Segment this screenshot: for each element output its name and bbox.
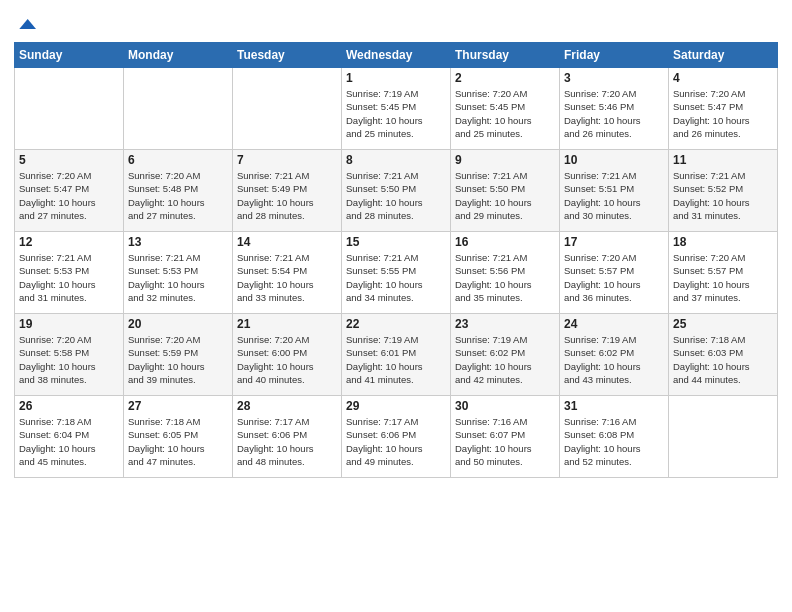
day-number: 29 — [346, 399, 446, 413]
weekday-header-row: SundayMondayTuesdayWednesdayThursdayFrid… — [15, 43, 778, 68]
day-number: 10 — [564, 153, 664, 167]
weekday-wednesday: Wednesday — [342, 43, 451, 68]
calendar-cell: 6Sunrise: 7:20 AM Sunset: 5:48 PM Daylig… — [124, 150, 233, 232]
calendar-cell: 10Sunrise: 7:21 AM Sunset: 5:51 PM Dayli… — [560, 150, 669, 232]
main-container: SundayMondayTuesdayWednesdayThursdayFrid… — [0, 0, 792, 612]
calendar-cell: 5Sunrise: 7:20 AM Sunset: 5:47 PM Daylig… — [15, 150, 124, 232]
calendar-cell: 19Sunrise: 7:20 AM Sunset: 5:58 PM Dayli… — [15, 314, 124, 396]
calendar-cell: 23Sunrise: 7:19 AM Sunset: 6:02 PM Dayli… — [451, 314, 560, 396]
day-info: Sunrise: 7:20 AM Sunset: 5:59 PM Dayligh… — [128, 333, 228, 386]
day-number: 8 — [346, 153, 446, 167]
day-number: 31 — [564, 399, 664, 413]
day-info: Sunrise: 7:21 AM Sunset: 5:53 PM Dayligh… — [19, 251, 119, 304]
day-info: Sunrise: 7:21 AM Sunset: 5:56 PM Dayligh… — [455, 251, 555, 304]
day-number: 22 — [346, 317, 446, 331]
day-number: 1 — [346, 71, 446, 85]
day-info: Sunrise: 7:21 AM Sunset: 5:54 PM Dayligh… — [237, 251, 337, 304]
weekday-sunday: Sunday — [15, 43, 124, 68]
day-info: Sunrise: 7:19 AM Sunset: 6:02 PM Dayligh… — [564, 333, 664, 386]
day-number: 24 — [564, 317, 664, 331]
svg-marker-0 — [19, 19, 36, 29]
day-info: Sunrise: 7:20 AM Sunset: 5:58 PM Dayligh… — [19, 333, 119, 386]
day-info: Sunrise: 7:19 AM Sunset: 5:45 PM Dayligh… — [346, 87, 446, 140]
day-number: 26 — [19, 399, 119, 413]
calendar-cell: 17Sunrise: 7:20 AM Sunset: 5:57 PM Dayli… — [560, 232, 669, 314]
day-info: Sunrise: 7:16 AM Sunset: 6:08 PM Dayligh… — [564, 415, 664, 468]
day-info: Sunrise: 7:21 AM Sunset: 5:55 PM Dayligh… — [346, 251, 446, 304]
calendar-cell: 16Sunrise: 7:21 AM Sunset: 5:56 PM Dayli… — [451, 232, 560, 314]
calendar-cell: 27Sunrise: 7:18 AM Sunset: 6:05 PM Dayli… — [124, 396, 233, 478]
weekday-monday: Monday — [124, 43, 233, 68]
day-info: Sunrise: 7:19 AM Sunset: 6:02 PM Dayligh… — [455, 333, 555, 386]
week-row-4: 26Sunrise: 7:18 AM Sunset: 6:04 PM Dayli… — [15, 396, 778, 478]
day-info: Sunrise: 7:20 AM Sunset: 5:47 PM Dayligh… — [673, 87, 773, 140]
weekday-thursday: Thursday — [451, 43, 560, 68]
day-number: 3 — [564, 71, 664, 85]
calendar-cell — [669, 396, 778, 478]
calendar-cell — [15, 68, 124, 150]
day-number: 9 — [455, 153, 555, 167]
day-info: Sunrise: 7:20 AM Sunset: 5:57 PM Dayligh… — [564, 251, 664, 304]
calendar-cell: 25Sunrise: 7:18 AM Sunset: 6:03 PM Dayli… — [669, 314, 778, 396]
logo — [14, 14, 36, 34]
calendar-cell: 4Sunrise: 7:20 AM Sunset: 5:47 PM Daylig… — [669, 68, 778, 150]
calendar-cell — [233, 68, 342, 150]
day-number: 17 — [564, 235, 664, 249]
logo-icon — [16, 14, 36, 34]
calendar-cell: 15Sunrise: 7:21 AM Sunset: 5:55 PM Dayli… — [342, 232, 451, 314]
day-info: Sunrise: 7:18 AM Sunset: 6:04 PM Dayligh… — [19, 415, 119, 468]
weekday-friday: Friday — [560, 43, 669, 68]
day-info: Sunrise: 7:21 AM Sunset: 5:52 PM Dayligh… — [673, 169, 773, 222]
calendar-cell: 12Sunrise: 7:21 AM Sunset: 5:53 PM Dayli… — [15, 232, 124, 314]
day-info: Sunrise: 7:18 AM Sunset: 6:03 PM Dayligh… — [673, 333, 773, 386]
calendar-cell: 31Sunrise: 7:16 AM Sunset: 6:08 PM Dayli… — [560, 396, 669, 478]
calendar-cell — [124, 68, 233, 150]
week-row-2: 12Sunrise: 7:21 AM Sunset: 5:53 PM Dayli… — [15, 232, 778, 314]
day-number: 25 — [673, 317, 773, 331]
day-number: 7 — [237, 153, 337, 167]
day-info: Sunrise: 7:20 AM Sunset: 5:48 PM Dayligh… — [128, 169, 228, 222]
calendar-cell: 2Sunrise: 7:20 AM Sunset: 5:45 PM Daylig… — [451, 68, 560, 150]
day-number: 30 — [455, 399, 555, 413]
day-number: 27 — [128, 399, 228, 413]
day-number: 4 — [673, 71, 773, 85]
day-info: Sunrise: 7:20 AM Sunset: 5:46 PM Dayligh… — [564, 87, 664, 140]
day-info: Sunrise: 7:18 AM Sunset: 6:05 PM Dayligh… — [128, 415, 228, 468]
calendar-cell: 18Sunrise: 7:20 AM Sunset: 5:57 PM Dayli… — [669, 232, 778, 314]
day-number: 13 — [128, 235, 228, 249]
calendar-cell: 1Sunrise: 7:19 AM Sunset: 5:45 PM Daylig… — [342, 68, 451, 150]
day-info: Sunrise: 7:17 AM Sunset: 6:06 PM Dayligh… — [237, 415, 337, 468]
week-row-1: 5Sunrise: 7:20 AM Sunset: 5:47 PM Daylig… — [15, 150, 778, 232]
calendar-cell: 29Sunrise: 7:17 AM Sunset: 6:06 PM Dayli… — [342, 396, 451, 478]
day-number: 16 — [455, 235, 555, 249]
day-info: Sunrise: 7:19 AM Sunset: 6:01 PM Dayligh… — [346, 333, 446, 386]
day-number: 23 — [455, 317, 555, 331]
day-info: Sunrise: 7:17 AM Sunset: 6:06 PM Dayligh… — [346, 415, 446, 468]
day-info: Sunrise: 7:21 AM Sunset: 5:50 PM Dayligh… — [455, 169, 555, 222]
day-info: Sunrise: 7:21 AM Sunset: 5:50 PM Dayligh… — [346, 169, 446, 222]
calendar-cell: 30Sunrise: 7:16 AM Sunset: 6:07 PM Dayli… — [451, 396, 560, 478]
weekday-saturday: Saturday — [669, 43, 778, 68]
day-number: 19 — [19, 317, 119, 331]
day-info: Sunrise: 7:21 AM Sunset: 5:49 PM Dayligh… — [237, 169, 337, 222]
calendar-cell: 13Sunrise: 7:21 AM Sunset: 5:53 PM Dayli… — [124, 232, 233, 314]
weekday-tuesday: Tuesday — [233, 43, 342, 68]
calendar-cell: 22Sunrise: 7:19 AM Sunset: 6:01 PM Dayli… — [342, 314, 451, 396]
calendar-cell: 24Sunrise: 7:19 AM Sunset: 6:02 PM Dayli… — [560, 314, 669, 396]
day-info: Sunrise: 7:16 AM Sunset: 6:07 PM Dayligh… — [455, 415, 555, 468]
day-info: Sunrise: 7:21 AM Sunset: 5:53 PM Dayligh… — [128, 251, 228, 304]
day-number: 21 — [237, 317, 337, 331]
calendar-body: 1Sunrise: 7:19 AM Sunset: 5:45 PM Daylig… — [15, 68, 778, 478]
day-info: Sunrise: 7:20 AM Sunset: 6:00 PM Dayligh… — [237, 333, 337, 386]
day-number: 15 — [346, 235, 446, 249]
calendar-cell: 11Sunrise: 7:21 AM Sunset: 5:52 PM Dayli… — [669, 150, 778, 232]
day-number: 5 — [19, 153, 119, 167]
day-info: Sunrise: 7:20 AM Sunset: 5:57 PM Dayligh… — [673, 251, 773, 304]
week-row-0: 1Sunrise: 7:19 AM Sunset: 5:45 PM Daylig… — [15, 68, 778, 150]
calendar-cell: 20Sunrise: 7:20 AM Sunset: 5:59 PM Dayli… — [124, 314, 233, 396]
day-number: 12 — [19, 235, 119, 249]
day-number: 20 — [128, 317, 228, 331]
calendar-cell: 8Sunrise: 7:21 AM Sunset: 5:50 PM Daylig… — [342, 150, 451, 232]
calendar-cell: 28Sunrise: 7:17 AM Sunset: 6:06 PM Dayli… — [233, 396, 342, 478]
week-row-3: 19Sunrise: 7:20 AM Sunset: 5:58 PM Dayli… — [15, 314, 778, 396]
